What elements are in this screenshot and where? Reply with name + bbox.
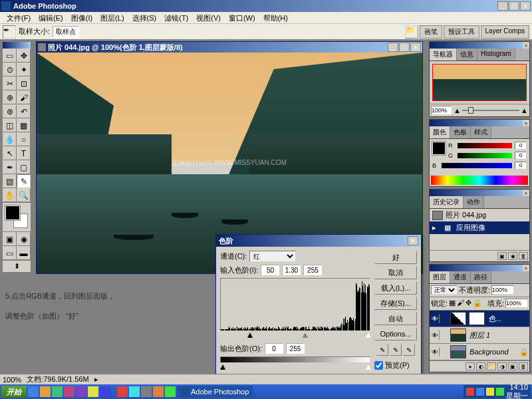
doc-maximize[interactable]: □ xyxy=(399,43,410,52)
start-button[interactable]: 开始 xyxy=(1,386,27,398)
blend-mode-select[interactable]: 正常 xyxy=(431,285,458,295)
toolbox-titlebar[interactable] xyxy=(3,42,31,49)
menu-image[interactable]: 图像(I) xyxy=(67,12,96,23)
menu-help[interactable]: 帮助(H) xyxy=(259,12,292,23)
new-snapshot-icon[interactable]: ◉ xyxy=(508,252,517,260)
tray-icon[interactable] xyxy=(476,388,484,396)
delete-layer-icon[interactable]: 🗑 xyxy=(519,362,528,370)
gradient-tool[interactable]: ▦ xyxy=(17,118,31,132)
auto-button[interactable]: 自动 xyxy=(374,312,417,325)
channel-select[interactable]: 红 xyxy=(249,251,296,262)
screen-std[interactable]: ▭ xyxy=(3,246,17,260)
doc-close[interactable]: × xyxy=(410,43,421,52)
input-shadow[interactable] xyxy=(261,265,279,275)
lock-paint-icon[interactable]: 🖌 xyxy=(457,299,464,309)
maximize-button[interactable]: □ xyxy=(509,1,519,11)
new-layer-icon[interactable]: ▣ xyxy=(508,362,517,370)
tab-history[interactable]: 历史记录 xyxy=(430,196,464,208)
layer-style-icon[interactable]: ● xyxy=(466,362,475,370)
out-shadow-slider-icon[interactable] xyxy=(220,364,225,370)
quicklaunch-icon[interactable] xyxy=(129,386,140,397)
menu-layer[interactable]: 图层(L) xyxy=(96,12,128,23)
visibility-icon[interactable]: 👁 xyxy=(430,314,440,323)
quicklaunch-icon[interactable] xyxy=(52,386,63,397)
screen-full-menu[interactable]: ▬ xyxy=(17,246,31,260)
quicklaunch-icon[interactable] xyxy=(64,386,74,397)
menu-view[interactable]: 视图(V) xyxy=(192,12,225,23)
tab-navigator[interactable]: 导航器 xyxy=(430,49,457,61)
dodge-tool[interactable]: ○ xyxy=(17,132,31,146)
color-picker[interactable] xyxy=(3,202,31,231)
tray-icon[interactable] xyxy=(466,388,474,396)
menu-filter[interactable]: 滤镜(T) xyxy=(160,12,192,23)
history-brush-tool[interactable]: ↶ xyxy=(17,104,31,118)
tab-channels[interactable]: 通道 xyxy=(450,271,471,283)
standard-mode[interactable]: ▣ xyxy=(3,232,17,246)
tab-actions[interactable]: 动作 xyxy=(464,196,484,208)
delete-state-icon[interactable]: 🗑 xyxy=(519,252,528,260)
quickmask-mode[interactable]: ◉ xyxy=(17,232,31,246)
b-value[interactable]: 0 xyxy=(515,162,527,170)
current-tool-icon[interactable]: ✒ xyxy=(3,25,16,39)
r-value[interactable]: 0 xyxy=(515,142,527,150)
gamma-slider-icon[interactable] xyxy=(303,332,308,338)
doc-minimize[interactable]: _ xyxy=(388,43,398,52)
lock-transparency-icon[interactable]: ▦ xyxy=(449,299,456,309)
zoom-out-icon[interactable]: ▲ xyxy=(454,106,461,114)
quicklaunch-icon[interactable] xyxy=(88,386,98,397)
visibility-icon[interactable]: 👁 xyxy=(430,331,440,340)
navigator-thumbnail[interactable] xyxy=(432,64,527,101)
layer-mask-icon[interactable]: ◐ xyxy=(476,362,485,370)
eyedropper-tool[interactable]: ✎ xyxy=(17,174,31,188)
layers-close-icon[interactable]: × xyxy=(523,265,529,271)
quicklaunch-icon[interactable] xyxy=(100,386,110,397)
menu-window[interactable]: 窗口(W) xyxy=(225,12,259,23)
output-highlight[interactable] xyxy=(286,343,305,354)
ok-button[interactable]: 好 xyxy=(374,251,417,264)
tray-icon[interactable] xyxy=(486,388,494,396)
out-highlight-slider-icon[interactable] xyxy=(366,364,371,370)
blur-tool[interactable]: 💧 xyxy=(3,132,17,146)
save-button[interactable]: 存储(S)... xyxy=(374,297,417,310)
path-tool[interactable]: ↖ xyxy=(3,146,17,160)
r-slider[interactable] xyxy=(458,143,512,148)
fill-input[interactable] xyxy=(505,299,528,308)
wand-tool[interactable]: ✦ xyxy=(17,63,31,76)
quicklaunch-icon[interactable] xyxy=(141,386,152,397)
brush-tool[interactable]: 🖌 xyxy=(17,90,31,104)
taskbar-app[interactable]: Adobe Photoshop xyxy=(177,386,253,398)
output-shadow[interactable] xyxy=(265,343,283,354)
zoom-input[interactable] xyxy=(431,106,452,115)
type-tool[interactable]: T xyxy=(17,146,31,160)
color-close-icon[interactable]: × xyxy=(523,120,529,126)
output-slider[interactable] xyxy=(220,364,370,371)
cancel-button[interactable]: 取消 xyxy=(374,266,417,279)
visibility-icon[interactable]: 👁 xyxy=(430,347,440,356)
lasso-tool[interactable]: ⊙ xyxy=(3,63,17,76)
heal-tool[interactable]: ⊕ xyxy=(3,90,17,104)
input-gamma[interactable] xyxy=(282,265,301,275)
status-arrow-icon[interactable]: ▸ xyxy=(94,375,98,384)
crop-tool[interactable]: ✂ xyxy=(3,76,17,90)
load-button[interactable]: 载入(L)... xyxy=(374,281,417,295)
move-tool[interactable]: ✥ xyxy=(17,49,31,63)
tab-layer-comps[interactable]: Layer Comps xyxy=(481,25,529,39)
menu-edit[interactable]: 编辑(E) xyxy=(35,12,67,23)
tab-histogram[interactable]: Histogram xyxy=(477,49,515,61)
dialog-close-button[interactable]: × xyxy=(408,236,418,245)
document-titlebar[interactable]: 照片 044.jpg @ 100%(色阶 1,图层蒙版/8) _ □ × xyxy=(37,42,422,53)
quicklaunch-icon[interactable] xyxy=(153,386,164,397)
layer-row[interactable]: 👁 Background 🔒 xyxy=(430,344,529,360)
stamp-tool[interactable]: ⊛ xyxy=(3,104,17,118)
g-value[interactable]: 0 xyxy=(515,152,527,160)
b-slider[interactable] xyxy=(442,163,512,168)
history-step[interactable]: ▸ ▦ 应用图像 xyxy=(430,221,529,234)
tab-swatches[interactable]: 色板 xyxy=(450,126,471,138)
system-tray[interactable]: 14:10 星期一 xyxy=(464,385,531,398)
quicklaunch-icon[interactable] xyxy=(76,386,86,397)
options-button[interactable]: Options... xyxy=(374,327,417,340)
nav-close-icon[interactable]: × xyxy=(523,42,529,49)
hand-tool[interactable]: ✋ xyxy=(3,188,17,202)
foreground-color[interactable] xyxy=(5,205,20,220)
new-doc-from-state-icon[interactable]: ▣ xyxy=(497,252,507,260)
